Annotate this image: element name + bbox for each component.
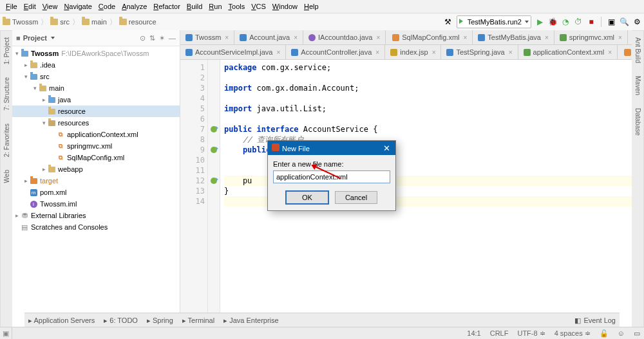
- right-tab[interactable]: Ant Build: [634, 33, 641, 67]
- menu-edit[interactable]: Edit: [21, 0, 39, 13]
- line-sep[interactable]: CRLF: [490, 329, 509, 337]
- memory-icon[interactable]: ▭: [634, 329, 640, 338]
- editor-tab[interactable]: TestSpring.java×: [441, 45, 518, 59]
- implementations-icon[interactable]: [211, 147, 217, 153]
- close-tab-icon[interactable]: ×: [608, 49, 612, 56]
- close-tab-icon[interactable]: ×: [375, 49, 379, 56]
- menu-run[interactable]: Run: [205, 0, 225, 13]
- editor-tab[interactable]: IAccountdao.java×: [303, 30, 386, 44]
- filename-input[interactable]: [273, 170, 390, 183]
- layout-icon[interactable]: ▣: [607, 17, 616, 26]
- hide-icon[interactable]: —: [169, 34, 176, 42]
- implementations-icon[interactable]: [211, 178, 217, 184]
- editor-tab[interactable]: index.jsp×: [385, 45, 441, 59]
- event-log-button[interactable]: ◧ Event Log: [574, 316, 616, 325]
- encoding[interactable]: UTF-8 ≑: [517, 329, 545, 338]
- tree-sqlmap[interactable]: ⧉SqlMapConfig.xml: [12, 152, 180, 163]
- collapse-icon[interactable]: ✶: [159, 34, 165, 42]
- implementations-icon[interactable]: [211, 126, 217, 133]
- search-everywhere-icon[interactable]: 🔍: [620, 17, 629, 26]
- debug-icon[interactable]: 🐞: [548, 17, 557, 26]
- settings-icon[interactable]: ⚙: [632, 17, 641, 26]
- profile-icon[interactable]: ⏱: [574, 17, 583, 26]
- editor-tab[interactable]: Twossm×: [180, 30, 234, 44]
- right-tab[interactable]: Database: [634, 104, 641, 140]
- hammer-icon[interactable]: ⚒: [444, 17, 453, 26]
- editor-tab[interactable]: web.xml×: [618, 45, 632, 59]
- project-tree[interactable]: ▾TwossmF:\IDEAworkSpace\Twossm ▸.idea ▾s…: [12, 46, 180, 327]
- bottom-tool[interactable]: ▸ Terminal: [182, 316, 214, 325]
- menu-code[interactable]: Code: [95, 0, 118, 13]
- inspection-icon[interactable]: ☺: [618, 329, 625, 337]
- select-opened-icon[interactable]: ⊙: [140, 34, 146, 42]
- menu-build[interactable]: Build: [184, 0, 205, 13]
- left-tab[interactable]: 1: Project: [3, 33, 10, 68]
- run-config-dropdown[interactable]: TestMyBatis.run2: [457, 15, 531, 28]
- menu-navigate[interactable]: Navigate: [61, 0, 95, 13]
- bottom-tool[interactable]: ▸ Java Enterprise: [223, 316, 278, 325]
- editor-tab[interactable]: Account.java×: [234, 30, 303, 44]
- tree-java[interactable]: ▸java: [12, 94, 180, 105]
- bottom-tool[interactable]: ▸ Application Servers: [28, 316, 95, 325]
- editor-tab[interactable]: springmvc.xml×: [554, 30, 628, 44]
- tree-springmvc[interactable]: ⧉springmvc.xml: [12, 140, 180, 152]
- tree-scratches[interactable]: ▤Scratches and Consoles: [12, 221, 180, 233]
- menu-analyze[interactable]: Analyze: [118, 0, 150, 13]
- tree-iml[interactable]: iTwossm.iml: [12, 198, 180, 210]
- close-icon[interactable]: ✕: [377, 141, 395, 155]
- editor-tab[interactable]: AccountServiceImpl.java×: [180, 45, 286, 59]
- tree-target[interactable]: ▸target: [12, 175, 180, 187]
- tree-resource[interactable]: resource: [12, 105, 180, 117]
- readonly-icon[interactable]: 🔓: [600, 329, 609, 338]
- breadcrumb-item[interactable]: main: [82, 18, 107, 26]
- cancel-button[interactable]: Cancel: [335, 191, 377, 204]
- left-tab[interactable]: 2: Favorites: [3, 120, 10, 161]
- bottom-tool[interactable]: ▸ Spring: [147, 316, 173, 325]
- tree-pom[interactable]: mpom.xml: [12, 187, 180, 198]
- editor-tab[interactable]: TestMyBatis.java×: [473, 30, 554, 44]
- tree-webapp[interactable]: ▸webapp: [12, 163, 180, 175]
- close-tab-icon[interactable]: ×: [464, 34, 468, 41]
- bottom-tool[interactable]: ▸ 6: TODO: [104, 316, 138, 325]
- close-tab-icon[interactable]: ×: [432, 49, 436, 56]
- close-tab-icon[interactable]: ×: [618, 34, 622, 41]
- tree-appctx[interactable]: ⧉applicationContext.xml: [12, 129, 180, 140]
- ok-button[interactable]: OK: [286, 191, 328, 204]
- breadcrumb-item[interactable]: src: [50, 18, 70, 26]
- dialog-titlebar[interactable]: New File ✕: [268, 141, 395, 155]
- menu-window[interactable]: Window: [269, 0, 301, 13]
- editor-tab[interactable]: AccountController.java×: [286, 45, 385, 59]
- close-tab-icon[interactable]: ×: [545, 34, 549, 41]
- editor-tab[interactable]: applicationContext.xml×: [518, 45, 618, 59]
- expand-all-icon[interactable]: ⇅: [149, 34, 155, 42]
- code-editor[interactable]: 1234567891011121314 package package com.…: [180, 60, 632, 327]
- stop-icon[interactable]: ■: [587, 17, 596, 26]
- menu-refactor[interactable]: Refactor: [150, 0, 184, 13]
- menu-help[interactable]: Help: [301, 0, 322, 13]
- tree-idea[interactable]: ▸.idea: [12, 59, 180, 71]
- right-tab[interactable]: Maven: [634, 72, 641, 99]
- close-tab-icon[interactable]: ×: [225, 34, 229, 41]
- menu-view[interactable]: View: [39, 0, 61, 13]
- close-tab-icon[interactable]: ×: [276, 49, 280, 56]
- menu-file[interactable]: File: [3, 0, 21, 13]
- tree-root[interactable]: ▾TwossmF:\IDEAworkSpace\Twossm: [12, 48, 180, 59]
- tree-main[interactable]: ▾main: [12, 82, 180, 94]
- tree-src[interactable]: ▾src: [12, 71, 180, 82]
- left-tab[interactable]: Web: [3, 166, 10, 187]
- breadcrumb-item[interactable]: Twossm: [3, 18, 38, 26]
- tree-ext[interactable]: ▸⛃External Libraries: [12, 210, 180, 221]
- run-icon[interactable]: ▶: [535, 17, 544, 26]
- left-tab[interactable]: 7: Structure: [3, 73, 10, 115]
- breadcrumb-item[interactable]: resource: [119, 18, 156, 26]
- editor-tab[interactable]: list.jsp×: [628, 30, 632, 44]
- coverage-icon[interactable]: ◔: [561, 17, 570, 26]
- close-tab-icon[interactable]: ×: [376, 34, 380, 41]
- close-tab-icon[interactable]: ×: [294, 34, 298, 41]
- menu-tools[interactable]: Tools: [225, 0, 249, 13]
- menu-vcs[interactable]: VCS: [248, 0, 269, 13]
- project-panel-title[interactable]: ■Project: [16, 34, 55, 42]
- editor-tab[interactable]: SqlMapConfig.xml×: [386, 30, 473, 44]
- indent[interactable]: 4 spaces ≑: [554, 329, 591, 338]
- toolwindow-toggle-icon[interactable]: ▣: [0, 327, 12, 339]
